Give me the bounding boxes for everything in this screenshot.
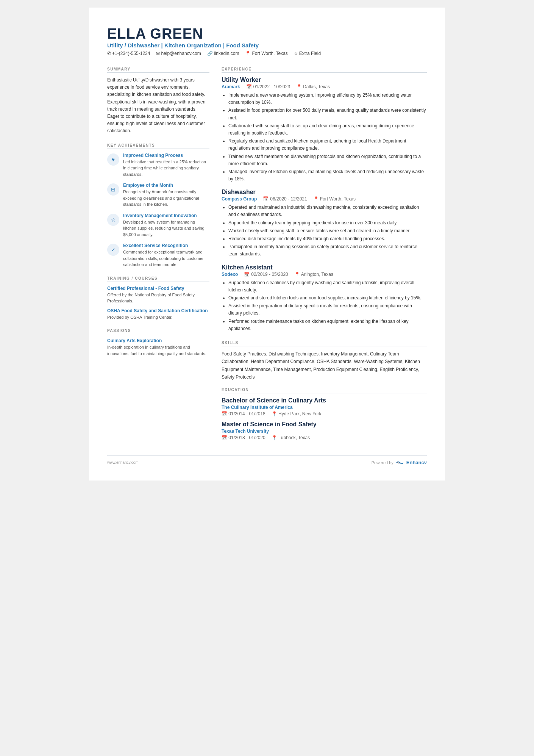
job-bullets-2: Operated and maintained an industrial di… [222,204,427,258]
bullet: Assisted in the preparation of dietary-s… [228,302,427,317]
experience-label: EXPERIENCE [222,67,427,73]
bullet: Managed inventory of kitchen supplies, m… [228,168,427,183]
cal-icon-1: 📅 [246,84,252,89]
job-title-1: Utility Worker [222,77,427,83]
achievement-desc-4: Commended for exceptional teamwork and c… [123,249,209,268]
skills-text: Food Safety Practices, Dishwashing Techn… [222,350,427,381]
header: ELLA GREEN Utility / Dishwasher | Kitche… [107,26,427,60]
phone-icon: ✆ [107,51,111,56]
job-company-3: Sodexo [222,272,238,277]
education-label: EDUCATION [222,388,427,393]
pin-icon: 📍 [245,51,251,56]
bullet: Collaborated with serving staff to set u… [228,122,427,137]
edu-degree-1: Bachelor of Science in Culinary Arts [222,397,427,404]
link-icon: 🔗 [207,51,213,56]
edu-degree-2: Master of Science in Food Safety [222,421,427,428]
job-bullets-1: Implemented a new ware-washing system, i… [222,92,427,183]
cal-icon-edu2: 📅 [222,435,227,440]
bullet: Operated and maintained an industrial di… [228,204,427,218]
job-2: Dishwasher Compass Group 📅 06/2020 - 12/… [222,189,427,258]
achievements-list: ♥ Improved Cleaning Process Led initiati… [107,153,209,268]
passion-desc-1: In-depth exploration in culinary traditi… [107,344,209,357]
bullet: Organized and stored kitchen tools and n… [228,294,427,302]
edu-item-2: Master of Science in Food Safety Texas T… [222,421,427,440]
edu-item-1: Bachelor of Science in Culinary Arts The… [222,397,427,416]
summary-text: Enthusiastic Utility/Dishwasher with 3 y… [107,77,209,135]
achievement-icon-3: ☆ [107,214,119,226]
passion-title-1: Culinary Arts Exploration [107,338,209,343]
job-title-2: Dishwasher [222,189,427,196]
achievement-title-4: Excellent Service Recognition [123,243,209,248]
job-dates-3: 📅 02/2019 - 05/2020 [244,272,288,277]
pin-icon-2: 📍 [313,196,319,202]
achievement-icon-4: ✓ [107,244,119,256]
bullet: Participated in monthly training session… [228,243,427,258]
extra-contact: ☆ Extra Field [294,51,321,56]
edu-meta-2: 📅 01/2018 - 01/2020 📍 Lubbock, Texas [222,435,427,440]
achievement-title-3: Inventory Management Innovation [123,213,209,218]
course-title-2: OSHA Food Safety and Sanitation Certific… [107,308,209,313]
bullet: Regularly cleaned and sanitized kitchen … [228,138,427,152]
achievement-icon-1: ♥ [107,153,119,166]
job-company-2: Compass Group [222,196,257,202]
job-bullets-3: Supported kitchen cleanliness by diligen… [222,279,427,332]
cal-icon-edu1: 📅 [222,411,227,416]
job-meta-2: Compass Group 📅 06/2020 - 12/2021 📍 Fort… [222,196,427,202]
bullet: Assisted in food preparation for over 50… [228,107,427,121]
achievement-icon-2: ⊟ [107,183,119,196]
skills-label: SKILLS [222,341,427,346]
achievement-title-1: Improved Cleaning Process [123,153,209,158]
summary-label: SUMMARY [107,67,209,73]
job-3: Kitchen Assistant Sodexo 📅 02/2019 - 05/… [222,264,427,332]
email-icon: ✉ [156,51,160,56]
job-dates-2: 📅 06/2020 - 12/2021 [263,196,307,202]
achievement-item-4: ✓ Excellent Service Recognition Commende… [107,243,209,268]
pin-icon-edu2: 📍 [272,435,277,440]
left-column: SUMMARY Enthusiastic Utility/Dishwasher … [107,67,209,445]
edu-meta-1: 📅 01/2014 - 01/2018 📍 Hyde Park, New Yor… [222,411,427,416]
job-1: Utility Worker Aramark 📅 01/2022 - 10/20… [222,77,427,183]
right-column: EXPERIENCE Utility Worker Aramark 📅 01/2… [222,67,427,445]
achievement-item-2: ⊟ Employee of the Month Recognized by Ar… [107,183,209,208]
course-desc-1: Offered by the National Registry of Food… [107,292,209,304]
job-location-1: 📍 Dallas, Texas [296,84,330,89]
enhancv-logo-icon [396,460,404,465]
course-desc-2: Provided by OSHA Training Center. [107,314,209,321]
contact-bar: ✆ +1-(234)-555-1234 ✉ help@enhancv.com 🔗… [107,51,427,60]
training-list: Certified Professional - Food Safety Off… [107,286,209,321]
achievement-title-2: Employee of the Month [123,183,209,188]
training-label: TRAINING / COURSES [107,276,209,282]
bullet: Reduced dish breakage incidents by 40% t… [228,235,427,243]
job-location-2: 📍 Fort Worth, Texas [313,196,356,202]
edu-school-2: Texas Tech University [222,429,427,434]
job-meta-1: Aramark 📅 01/2022 - 10/2023 📍 Dallas, Te… [222,84,427,89]
star-icon: ☆ [294,51,298,56]
passions-label: PASSIONS [107,329,209,334]
bullet: Supported kitchen cleanliness by diligen… [228,279,427,294]
passions-list: Culinary Arts Exploration In-depth explo… [107,338,209,357]
job-dates-1: 📅 01/2022 - 10/2023 [246,84,290,89]
job-location-3: 📍 Arlington, Texas [294,272,333,277]
edu-school-1: The Culinary Institute of America [222,405,427,410]
candidate-title: Utility / Dishwasher | Kitchen Organizat… [107,42,427,49]
resume-page: ELLA GREEN Utility / Dishwasher | Kitche… [89,8,445,481]
footer: www.enhancv.com Powered by Enhancv [107,455,427,465]
achievement-item-1: ♥ Improved Cleaning Process Led initiati… [107,153,209,178]
bullet: Trained new staff members on dishwashing… [228,153,427,167]
footer-website: www.enhancv.com [107,460,139,465]
brand-name: Enhancv [406,460,427,465]
email-contact: ✉ help@enhancv.com [156,51,201,56]
achievement-item-3: ☆ Inventory Management Innovation Develo… [107,213,209,238]
body-layout: SUMMARY Enthusiastic Utility/Dishwasher … [107,67,427,445]
bullet: Performed routine maintenance tasks on k… [228,318,427,332]
job-company-1: Aramark [222,84,240,89]
bullet: Worked closely with serving staff to ens… [228,227,427,235]
pin-icon-3: 📍 [294,272,300,277]
achievements-label: KEY ACHIEVEMENTS [107,143,209,149]
pin-icon-edu1: 📍 [272,411,277,416]
achievement-desc-3: Developed a new system for managing kitc… [123,219,209,238]
pin-icon-1: 📍 [296,84,302,89]
powered-by-text: Powered by [372,460,393,465]
bullet: Implemented a new ware-washing system, i… [228,92,427,106]
job-title-3: Kitchen Assistant [222,264,427,271]
